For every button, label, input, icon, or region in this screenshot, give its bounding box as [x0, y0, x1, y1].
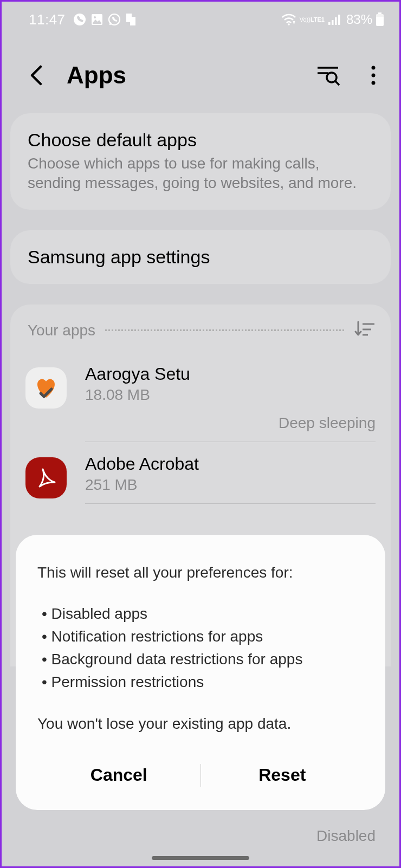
dialog-intro: This will reset all your preferences for…: [37, 562, 364, 583]
list-search-icon: [315, 64, 340, 86]
battery-icon: [376, 12, 384, 27]
svg-rect-10: [338, 15, 340, 25]
dialog-bullet: Background data restrictions for apps: [37, 648, 364, 671]
phone-icon: [73, 13, 86, 26]
svg-rect-7: [328, 22, 331, 25]
volte-icon: Vo)) LTE1: [300, 17, 325, 23]
svg-point-2: [94, 16, 96, 18]
app-header: Apps: [2, 33, 399, 107]
wifi-icon: [281, 14, 296, 25]
aarogya-setu-icon: [25, 367, 67, 409]
your-apps-header: Your apps: [10, 320, 391, 352]
reset-button[interactable]: Reset: [201, 754, 364, 796]
svg-rect-5: [130, 17, 135, 25]
dialog-actions: Cancel Reset: [37, 754, 364, 796]
signal-icon: [328, 14, 341, 25]
svg-point-20: [372, 81, 376, 85]
volte-bottom: LTE1: [311, 17, 325, 23]
app-name: Adobe Acrobat: [85, 454, 376, 474]
dialog-bullet: Notification restrictions for apps: [37, 625, 364, 648]
cancel-button[interactable]: Cancel: [37, 754, 200, 796]
app-row-adobe-acrobat[interactable]: Adobe Acrobat 251 MB: [10, 442, 391, 503]
default-apps-card[interactable]: Choose default apps Choose which apps to…: [10, 113, 391, 210]
status-bar: 11:47 Vo)) LTE1 83%: [2, 2, 399, 33]
home-indicator[interactable]: [152, 856, 249, 860]
page-title: Apps: [67, 62, 297, 89]
svg-line-17: [335, 81, 339, 85]
your-apps-label: Your apps: [28, 322, 95, 339]
default-apps-subtitle: Choose which apps to use for making call…: [28, 154, 373, 193]
reset-preferences-dialog: This will reset all your preferences for…: [16, 535, 385, 810]
samsung-settings-card[interactable]: Samsung app settings: [10, 230, 391, 284]
status-time: 11:47: [29, 11, 66, 28]
svg-rect-9: [335, 17, 337, 25]
chevron-left-icon: [29, 64, 44, 86]
search-button[interactable]: [313, 60, 343, 90]
svg-point-6: [288, 23, 290, 25]
dialog-bullet: Permission restrictions: [37, 671, 364, 694]
app-name: Aarogya Setu: [85, 364, 376, 384]
sort-button[interactable]: [354, 320, 376, 341]
app-size: 251 MB: [85, 476, 376, 494]
dotted-divider: [105, 329, 344, 331]
dialog-footnote: You won't lose your existing app data.: [37, 715, 364, 733]
dialog-bullet-list: Disabled apps Notification restrictions …: [37, 603, 364, 694]
sim-icon: [125, 12, 137, 27]
adobe-acrobat-icon: [25, 457, 67, 498]
volte-top: Vo)): [300, 17, 311, 23]
whatsapp-icon: [108, 13, 121, 26]
image-icon: [90, 13, 104, 26]
svg-rect-8: [332, 20, 334, 25]
disabled-hint: Disabled: [316, 827, 376, 845]
default-apps-title: Choose default apps: [28, 129, 373, 151]
svg-rect-13: [376, 14, 384, 17]
svg-rect-11: [378, 12, 381, 14]
svg-point-16: [327, 73, 337, 82]
more-options-button[interactable]: [358, 60, 389, 90]
app-size: 18.08 MB: [85, 386, 376, 404]
dialog-bullet: Disabled apps: [37, 603, 364, 625]
more-vertical-icon: [371, 64, 376, 86]
svg-point-18: [372, 66, 376, 70]
app-row-aarogya-setu[interactable]: Aarogya Setu 18.08 MB Deep sleeping: [10, 352, 391, 442]
battery-percent: 83%: [346, 12, 372, 27]
svg-point-19: [372, 74, 376, 77]
back-button[interactable]: [21, 60, 51, 90]
app-status: Deep sleeping: [85, 414, 376, 432]
sort-icon: [354, 320, 376, 339]
row-divider: [85, 503, 376, 504]
samsung-settings-title: Samsung app settings: [28, 247, 373, 268]
